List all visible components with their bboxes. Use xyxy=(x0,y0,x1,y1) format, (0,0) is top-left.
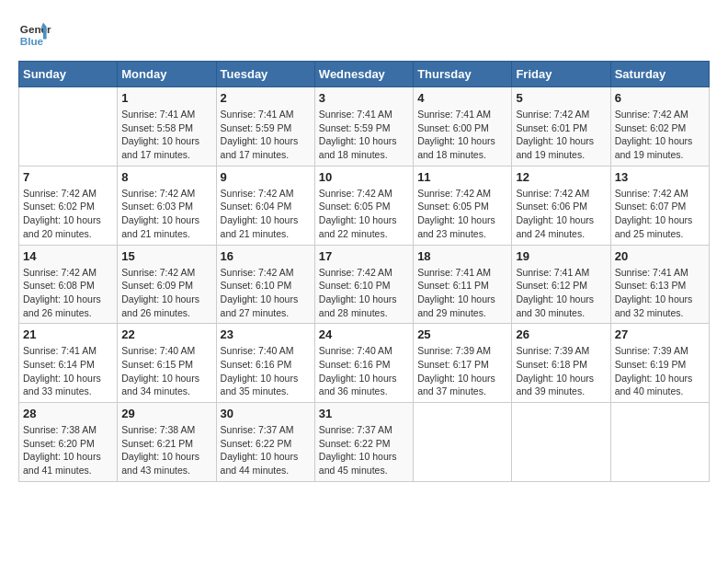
day-cell: 12Sunrise: 7:42 AM Sunset: 6:06 PM Dayli… xyxy=(512,166,610,245)
day-number: 11 xyxy=(417,170,507,184)
day-info: Sunrise: 7:41 AM Sunset: 6:11 PM Dayligh… xyxy=(417,266,507,320)
week-row-1: 1Sunrise: 7:41 AM Sunset: 5:58 PM Daylig… xyxy=(19,87,710,167)
day-info: Sunrise: 7:37 AM Sunset: 6:22 PM Dayligh… xyxy=(221,423,311,477)
day-info: Sunrise: 7:37 AM Sunset: 6:22 PM Dayligh… xyxy=(319,423,409,477)
day-info: Sunrise: 7:41 AM Sunset: 6:12 PM Dayligh… xyxy=(516,266,606,320)
day-cell: 1Sunrise: 7:41 AM Sunset: 5:58 PM Daylig… xyxy=(118,87,216,167)
day-number: 10 xyxy=(319,170,409,184)
day-number: 31 xyxy=(319,407,409,420)
day-cell: 16Sunrise: 7:42 AM Sunset: 6:10 PM Dayli… xyxy=(216,245,314,324)
day-cell: 6Sunrise: 7:42 AM Sunset: 6:02 PM Daylig… xyxy=(610,87,709,167)
day-number: 4 xyxy=(417,91,507,105)
day-number: 7 xyxy=(23,170,113,184)
day-number: 6 xyxy=(615,91,705,105)
day-cell: 26Sunrise: 7:39 AM Sunset: 6:18 PM Dayli… xyxy=(512,324,610,403)
logo-icon: General Blue xyxy=(18,18,51,52)
day-cell: 30Sunrise: 7:37 AM Sunset: 6:22 PM Dayli… xyxy=(216,403,314,482)
day-number: 16 xyxy=(221,249,311,263)
column-header-saturday: Saturday xyxy=(610,62,709,87)
day-number: 14 xyxy=(23,249,113,263)
week-row-4: 21Sunrise: 7:41 AM Sunset: 6:14 PM Dayli… xyxy=(19,324,710,403)
day-cell: 4Sunrise: 7:41 AM Sunset: 6:00 PM Daylig… xyxy=(414,87,512,167)
day-cell xyxy=(19,87,118,167)
day-cell: 22Sunrise: 7:40 AM Sunset: 6:15 PM Dayli… xyxy=(118,324,216,403)
day-info: Sunrise: 7:39 AM Sunset: 6:17 PM Dayligh… xyxy=(417,344,507,398)
day-info: Sunrise: 7:42 AM Sunset: 6:02 PM Dayligh… xyxy=(23,187,113,241)
day-number: 29 xyxy=(121,407,211,420)
day-cell: 23Sunrise: 7:40 AM Sunset: 6:16 PM Dayli… xyxy=(216,324,314,403)
day-cell: 20Sunrise: 7:41 AM Sunset: 6:13 PM Dayli… xyxy=(610,245,709,324)
day-cell xyxy=(610,403,709,482)
day-info: Sunrise: 7:41 AM Sunset: 6:00 PM Dayligh… xyxy=(417,108,507,162)
day-info: Sunrise: 7:42 AM Sunset: 6:05 PM Dayligh… xyxy=(319,187,409,241)
logo: General Blue xyxy=(18,18,55,52)
day-number: 27 xyxy=(615,327,705,341)
column-header-sunday: Sunday xyxy=(19,62,118,87)
day-cell: 7Sunrise: 7:42 AM Sunset: 6:02 PM Daylig… xyxy=(19,166,118,245)
column-header-thursday: Thursday xyxy=(414,62,512,87)
day-number: 17 xyxy=(319,249,409,263)
day-cell: 15Sunrise: 7:42 AM Sunset: 6:09 PM Dayli… xyxy=(118,245,216,324)
day-cell xyxy=(414,403,512,482)
day-info: Sunrise: 7:42 AM Sunset: 6:05 PM Dayligh… xyxy=(417,187,507,241)
day-info: Sunrise: 7:41 AM Sunset: 6:13 PM Dayligh… xyxy=(615,266,705,320)
week-row-3: 14Sunrise: 7:42 AM Sunset: 6:08 PM Dayli… xyxy=(19,245,710,324)
day-info: Sunrise: 7:40 AM Sunset: 6:16 PM Dayligh… xyxy=(319,344,409,398)
day-info: Sunrise: 7:42 AM Sunset: 6:04 PM Dayligh… xyxy=(221,187,311,241)
day-number: 28 xyxy=(23,407,113,420)
column-header-friday: Friday xyxy=(512,62,610,87)
day-cell: 19Sunrise: 7:41 AM Sunset: 6:12 PM Dayli… xyxy=(512,245,610,324)
day-cell: 21Sunrise: 7:41 AM Sunset: 6:14 PM Dayli… xyxy=(19,324,118,403)
day-info: Sunrise: 7:39 AM Sunset: 6:19 PM Dayligh… xyxy=(615,344,705,398)
day-number: 3 xyxy=(319,91,409,105)
week-row-2: 7Sunrise: 7:42 AM Sunset: 6:02 PM Daylig… xyxy=(19,166,710,245)
day-cell: 9Sunrise: 7:42 AM Sunset: 6:04 PM Daylig… xyxy=(216,166,314,245)
day-cell: 28Sunrise: 7:38 AM Sunset: 6:20 PM Dayli… xyxy=(19,403,118,482)
page-header: General Blue xyxy=(18,18,710,52)
svg-text:General: General xyxy=(20,23,51,35)
day-cell: 3Sunrise: 7:41 AM Sunset: 5:59 PM Daylig… xyxy=(314,87,413,167)
calendar-header-row: SundayMondayTuesdayWednesdayThursdayFrid… xyxy=(19,62,710,87)
column-header-tuesday: Tuesday xyxy=(216,62,314,87)
day-cell: 5Sunrise: 7:42 AM Sunset: 6:01 PM Daylig… xyxy=(512,87,610,167)
day-cell: 18Sunrise: 7:41 AM Sunset: 6:11 PM Dayli… xyxy=(414,245,512,324)
day-info: Sunrise: 7:42 AM Sunset: 6:02 PM Dayligh… xyxy=(615,108,705,162)
day-cell: 31Sunrise: 7:37 AM Sunset: 6:22 PM Dayli… xyxy=(314,403,413,482)
day-number: 12 xyxy=(516,170,606,184)
day-info: Sunrise: 7:41 AM Sunset: 5:59 PM Dayligh… xyxy=(221,108,311,162)
day-cell xyxy=(512,403,610,482)
day-cell: 10Sunrise: 7:42 AM Sunset: 6:05 PM Dayli… xyxy=(314,166,413,245)
day-info: Sunrise: 7:42 AM Sunset: 6:07 PM Dayligh… xyxy=(615,187,705,241)
week-row-5: 28Sunrise: 7:38 AM Sunset: 6:20 PM Dayli… xyxy=(19,403,710,482)
day-number: 13 xyxy=(615,170,705,184)
day-info: Sunrise: 7:42 AM Sunset: 6:09 PM Dayligh… xyxy=(121,266,211,320)
day-number: 19 xyxy=(516,249,606,263)
day-cell: 11Sunrise: 7:42 AM Sunset: 6:05 PM Dayli… xyxy=(414,166,512,245)
day-info: Sunrise: 7:42 AM Sunset: 6:01 PM Dayligh… xyxy=(516,108,606,162)
day-number: 20 xyxy=(615,249,705,263)
day-number: 22 xyxy=(121,327,211,341)
column-header-wednesday: Wednesday xyxy=(314,62,413,87)
day-number: 1 xyxy=(121,91,211,105)
day-info: Sunrise: 7:42 AM Sunset: 6:06 PM Dayligh… xyxy=(516,187,606,241)
day-info: Sunrise: 7:39 AM Sunset: 6:18 PM Dayligh… xyxy=(516,344,606,398)
day-cell: 25Sunrise: 7:39 AM Sunset: 6:17 PM Dayli… xyxy=(414,324,512,403)
day-info: Sunrise: 7:38 AM Sunset: 6:20 PM Dayligh… xyxy=(23,423,113,477)
day-info: Sunrise: 7:41 AM Sunset: 6:14 PM Dayligh… xyxy=(23,344,113,398)
day-number: 8 xyxy=(121,170,211,184)
day-info: Sunrise: 7:41 AM Sunset: 5:58 PM Dayligh… xyxy=(121,108,211,162)
day-number: 5 xyxy=(516,91,606,105)
day-number: 9 xyxy=(221,170,311,184)
day-cell: 27Sunrise: 7:39 AM Sunset: 6:19 PM Dayli… xyxy=(610,324,709,403)
day-number: 30 xyxy=(221,407,311,420)
day-number: 18 xyxy=(417,249,507,263)
day-cell: 14Sunrise: 7:42 AM Sunset: 6:08 PM Dayli… xyxy=(19,245,118,324)
day-cell: 13Sunrise: 7:42 AM Sunset: 6:07 PM Dayli… xyxy=(610,166,709,245)
day-info: Sunrise: 7:42 AM Sunset: 6:10 PM Dayligh… xyxy=(221,266,311,320)
column-header-monday: Monday xyxy=(118,62,216,87)
day-info: Sunrise: 7:42 AM Sunset: 6:08 PM Dayligh… xyxy=(23,266,113,320)
day-cell: 2Sunrise: 7:41 AM Sunset: 5:59 PM Daylig… xyxy=(216,87,314,167)
day-info: Sunrise: 7:42 AM Sunset: 6:03 PM Dayligh… xyxy=(121,187,211,241)
day-number: 25 xyxy=(417,327,507,341)
day-info: Sunrise: 7:41 AM Sunset: 5:59 PM Dayligh… xyxy=(319,108,409,162)
